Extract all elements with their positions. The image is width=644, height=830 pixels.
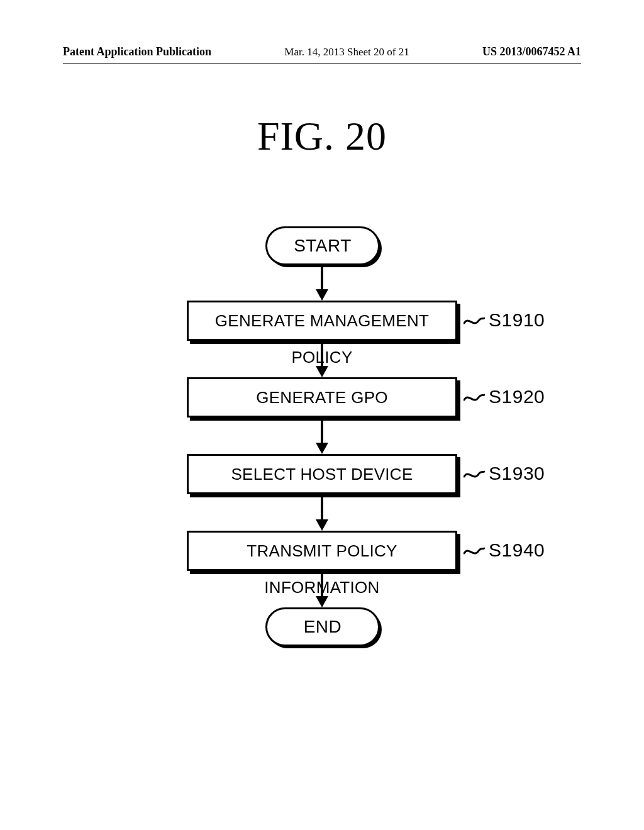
flow-arrow (321, 264, 323, 301)
leader-tilde-icon (464, 468, 485, 480)
flow-step-ref: S1920 (489, 386, 545, 407)
date-sheet-label: Mar. 14, 2013 Sheet 20 of 21 (284, 46, 409, 58)
flow-arrow (321, 571, 323, 607)
flow-step-label: GENERATE MANAGEMENT POLICY (187, 301, 457, 341)
leader-tilde-icon (464, 391, 485, 404)
flow-step-s1920: GENERATE GPO S1920 (187, 377, 457, 418)
flow-step-s1910: GENERATE MANAGEMENT POLICY S1910 (187, 301, 457, 341)
flow-arrow (321, 494, 323, 531)
flowchart: START GENERATE MANAGEMENT POLICY S1910 G… (0, 226, 644, 645)
page-header: Patent Application Publication Mar. 14, … (63, 45, 581, 58)
flow-step-s1930: SELECT HOST DEVICE S1930 (187, 454, 457, 494)
leader-tilde-icon (464, 545, 485, 557)
header-divider (63, 63, 581, 64)
flow-arrow (321, 341, 323, 377)
flow-start-label: START (265, 226, 380, 265)
flow-step-label: TRANSMIT POLICY INFORMATION (187, 531, 457, 571)
publication-label: Patent Application Publication (63, 45, 211, 58)
flow-step-label: GENERATE GPO (187, 377, 457, 418)
flow-end-terminator: END (265, 607, 379, 645)
flow-step-ref: S1940 (489, 540, 545, 561)
flow-arrow (321, 418, 323, 454)
flow-start-terminator: START (265, 226, 379, 264)
flow-step-label: SELECT HOST DEVICE (187, 454, 457, 494)
patent-figure-page: Patent Application Publication Mar. 14, … (0, 0, 644, 830)
leader-tilde-icon (464, 314, 485, 327)
flow-step-ref: S1910 (489, 309, 545, 331)
flow-step-ref: S1930 (489, 463, 545, 484)
flow-step-s1940: TRANSMIT POLICY INFORMATION S1940 (187, 531, 457, 571)
flow-end-label: END (265, 607, 380, 646)
figure-title: FIG. 20 (0, 113, 644, 160)
document-number: US 2013/0067452 A1 (482, 45, 581, 58)
